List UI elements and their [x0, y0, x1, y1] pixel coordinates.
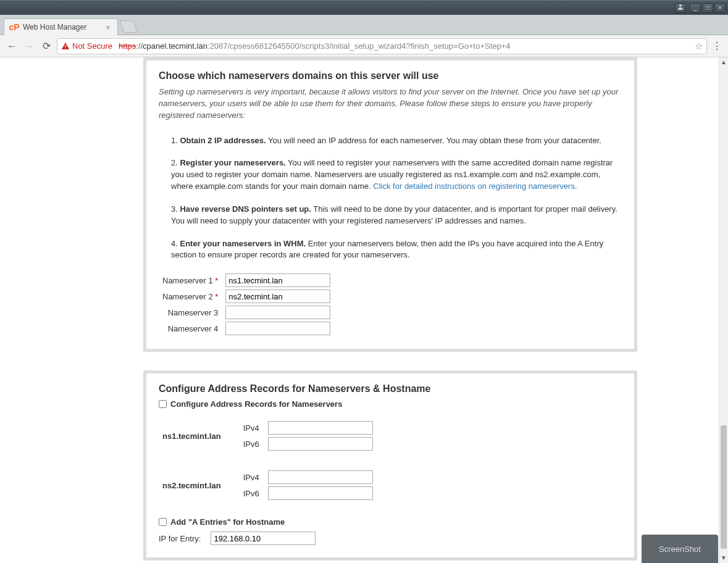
nav-back-button[interactable]: ←: [5, 40, 19, 53]
svg-point-0: [679, 4, 682, 7]
cpanel-favicon: cP: [9, 22, 19, 32]
browser-tab-active[interactable]: cP Web Host Manager ×: [4, 19, 118, 35]
tab-close-icon[interactable]: ×: [104, 23, 112, 32]
new-tab-button[interactable]: [119, 20, 137, 33]
not-secure-label: Not Secure: [72, 41, 112, 51]
browser-tabstrip: cP Web Host Manager ×: [0, 15, 728, 35]
browser-toolbar: ← → ⟳ Not Secure https://cpanel.tecmint.…: [0, 35, 728, 57]
url-bar[interactable]: Not Secure https://cpanel.tecmint.lan:20…: [57, 38, 707, 54]
svg-rect-1: [65, 45, 65, 48]
window-maximize-button[interactable]: □: [702, 3, 713, 13]
nav-forward-button[interactable]: →: [22, 40, 36, 53]
svg-rect-2: [65, 48, 65, 48]
bookmark-star-icon[interactable]: ☆: [695, 41, 703, 52]
window-minimize-button[interactable]: _: [690, 3, 701, 13]
url-scheme: https: [119, 41, 136, 51]
security-warning-icon: Not Secure: [61, 41, 112, 51]
window-titlebar: _ □ ×: [0, 0, 728, 15]
url-host: cpanel.tecmint.lan: [143, 41, 207, 51]
window-close-button[interactable]: ×: [714, 3, 726, 13]
browser-tab-title: Web Host Manager: [23, 23, 104, 31]
url-path: :2087/cpsess6812645500/scripts3/initial_…: [207, 41, 511, 51]
browser-menu-button[interactable]: ⋮: [711, 40, 723, 52]
user-icon[interactable]: [675, 3, 686, 13]
nav-reload-button[interactable]: ⟳: [40, 40, 53, 53]
